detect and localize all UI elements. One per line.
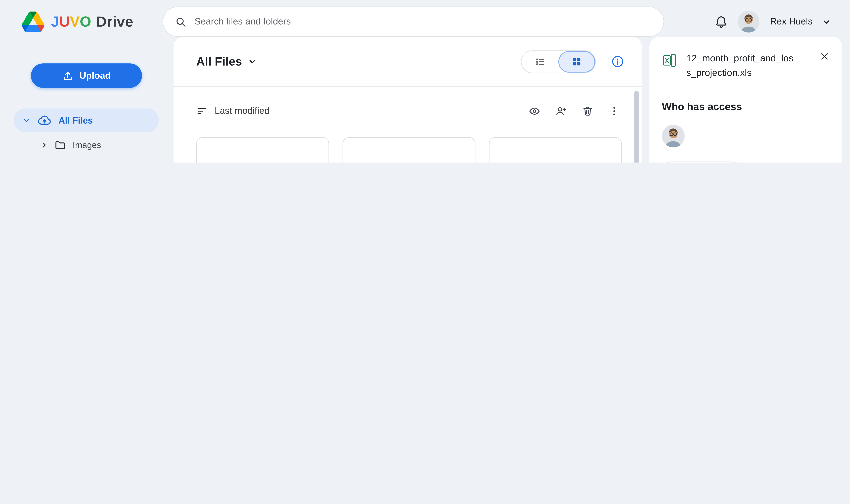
folder-icon <box>54 139 66 151</box>
sidebar-nav: All Files Images Documents Shared Shared… <box>0 108 174 163</box>
app-root: JUVO Drive Rex Huels Upload All Files <box>0 0 850 163</box>
toolbar-actions <box>528 105 620 117</box>
chevron-down-icon <box>822 18 831 26</box>
search-input[interactable] <box>195 16 651 27</box>
upload-button[interactable]: Upload <box>31 64 142 88</box>
scrollbar[interactable] <box>634 91 639 163</box>
chevron-right-icon[interactable] <box>41 142 48 148</box>
details-file-name: 12_month_profit_and_loss_projection.xls <box>686 51 797 80</box>
file-card-shared-folder[interactable]: Shared <box>489 137 622 163</box>
upload-button-label: Upload <box>79 70 111 81</box>
grid-view-icon <box>572 56 582 67</box>
avatar-image <box>662 125 685 147</box>
sort-button[interactable]: Last modified <box>196 106 270 116</box>
close-details-button[interactable] <box>819 51 830 62</box>
preview-button[interactable] <box>528 105 540 117</box>
grid-view-button[interactable] <box>558 51 595 72</box>
bell-icon <box>714 15 728 29</box>
file-browser-panel: All Files Last modified <box>174 37 642 163</box>
file-details-panel: 12_month_profit_and_loss_projection.xls … <box>649 37 842 163</box>
more-options-button[interactable] <box>608 105 620 117</box>
chevron-down-icon[interactable] <box>23 116 30 124</box>
user-menu-button[interactable] <box>822 18 831 26</box>
avatar-image <box>738 11 759 33</box>
sidebar-item-all-files[interactable]: All Files <box>14 108 159 132</box>
sort-icon <box>196 106 207 116</box>
trash-icon <box>582 105 594 117</box>
sort-label: Last modified <box>215 106 270 116</box>
cloud-upload-icon <box>37 113 52 127</box>
manage-access-button[interactable]: Manage Access <box>662 162 742 163</box>
eye-icon <box>528 105 540 117</box>
sidebar-item-label: All Files <box>58 115 93 125</box>
excel-file-icon <box>662 53 677 68</box>
app-logo[interactable]: JUVO Drive <box>22 11 133 32</box>
user-name: Rex Huels <box>770 16 813 27</box>
file-card-images-folder[interactable]: Images <box>343 137 475 163</box>
view-toggle <box>521 50 596 73</box>
kebab-menu-icon <box>608 105 620 117</box>
view-title: All Files <box>196 55 242 69</box>
who-has-access-title: Who has access <box>662 101 830 113</box>
close-icon <box>819 51 830 62</box>
chevron-down-icon <box>249 57 257 66</box>
list-view-icon <box>535 56 545 67</box>
delete-button[interactable] <box>582 105 594 117</box>
notifications-button[interactable] <box>714 15 728 29</box>
logo-letter: U <box>59 13 70 30</box>
file-grid: Documents Images Shared 12_month_profit_… <box>174 137 642 163</box>
info-button[interactable] <box>611 55 625 68</box>
logo-letter: O <box>80 13 91 30</box>
person-add-icon <box>555 105 567 117</box>
access-user-avatar[interactable] <box>662 125 685 147</box>
info-icon <box>611 55 625 68</box>
view-title-dropdown[interactable]: All Files <box>196 55 256 69</box>
file-card-documents[interactable]: Documents <box>196 137 329 163</box>
sidebar: Upload All Files Images Documents Sha <box>0 43 174 163</box>
sidebar-item-documents[interactable]: Documents <box>14 158 159 163</box>
sidebar-item-images[interactable]: Images <box>14 132 159 158</box>
search-bar[interactable] <box>163 6 664 37</box>
search-icon <box>175 16 186 28</box>
logo-word: Drive <box>96 13 133 30</box>
app-logo-text: JUVO Drive <box>51 13 133 30</box>
list-view-button[interactable] <box>522 51 558 72</box>
upload-icon <box>62 70 73 81</box>
file-toolbar: Last modified <box>174 99 642 124</box>
user-avatar[interactable] <box>738 11 759 33</box>
share-button[interactable] <box>555 105 567 117</box>
logo-letter: V <box>70 13 80 30</box>
app-logo-icon <box>22 11 44 32</box>
file-browser-header: All Files <box>174 37 642 87</box>
topbar-right: Rex Huels <box>714 11 830 33</box>
sidebar-item-label: Images <box>73 140 101 150</box>
logo-letter: J <box>51 13 59 30</box>
